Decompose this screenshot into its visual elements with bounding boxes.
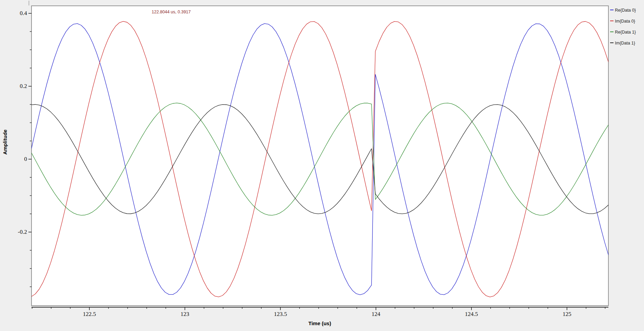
legend-item-2[interactable]: Re{Data 1} bbox=[610, 30, 636, 35]
x-axis-tick-labels: 122.5123123.5124124.5125 bbox=[83, 311, 571, 317]
y-tick-label: 0.2 bbox=[20, 83, 27, 89]
legend-item-0[interactable]: Re{Data 0} bbox=[610, 8, 636, 13]
time-sink-plot-window: 0.40.20-0.2 122.5123123.5124124.5125 Tim… bbox=[0, 0, 644, 331]
y-axis-title: Amplitude bbox=[2, 129, 8, 154]
legend-label: Im{Data 0} bbox=[615, 19, 635, 24]
legend-label: Re{Data 1} bbox=[615, 30, 636, 35]
time-plot: 0.40.20-0.2 122.5123123.5124124.5125 Tim… bbox=[0, 0, 644, 331]
y-tick-label: 0.4 bbox=[20, 10, 27, 16]
x-tick-label: 125 bbox=[563, 311, 571, 317]
x-tick-label: 122.5 bbox=[83, 311, 96, 317]
y-axis-ticks bbox=[28, 13, 31, 287]
x-axis-title: Time (us) bbox=[308, 320, 331, 326]
x-tick-label: 124.5 bbox=[465, 311, 478, 317]
plot-canvas[interactable] bbox=[31, 6, 608, 306]
x-axis-ticks bbox=[32, 307, 605, 310]
legend: Re{Data 0}Im{Data 0}Re{Data 1}Im{Data 1} bbox=[610, 8, 636, 46]
cursor-annotation: 122.8044 us, 0.3917 bbox=[152, 10, 191, 14]
x-tick-label: 123.5 bbox=[274, 311, 287, 317]
x-tick-label: 124 bbox=[371, 311, 380, 317]
y-tick-label: -0.2 bbox=[18, 229, 27, 235]
legend-label: Re{Data 0} bbox=[615, 8, 636, 13]
legend-item-1[interactable]: Im{Data 0} bbox=[610, 19, 635, 24]
x-tick-label: 123 bbox=[180, 311, 189, 317]
legend-label: Im{Data 1} bbox=[615, 41, 635, 46]
y-axis-tick-labels: 0.40.20-0.2 bbox=[18, 10, 27, 235]
legend-item-3[interactable]: Im{Data 1} bbox=[610, 41, 635, 46]
y-tick-label: 0 bbox=[24, 156, 27, 162]
